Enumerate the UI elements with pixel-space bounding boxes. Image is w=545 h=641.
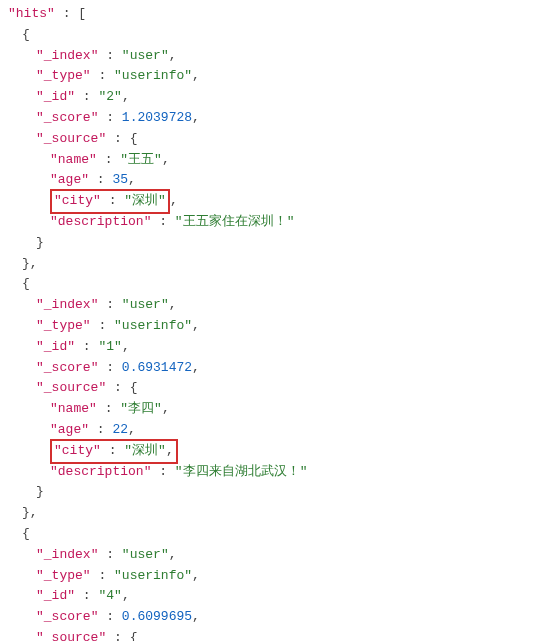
index-line: "_index" : "user", — [8, 295, 537, 316]
hit-open: { — [8, 25, 537, 46]
type-line: "_type" : "userinfo", — [8, 566, 537, 587]
hit-close: }, — [8, 503, 537, 524]
hit-open: { — [8, 524, 537, 545]
name-line: "name" : "王五", — [8, 150, 537, 171]
name-line: "name" : "李四", — [8, 399, 537, 420]
hit-close: }, — [8, 254, 537, 275]
json-viewer: "hits" : [ { "_index" : "user", "_type" … — [8, 4, 537, 641]
source-close: } — [8, 233, 537, 254]
city-line: "city" : "深圳", — [8, 441, 537, 462]
source-open: "_source" : { — [8, 628, 537, 641]
id-line: "_id" : "2", — [8, 87, 537, 108]
source-open: "_source" : { — [8, 129, 537, 150]
score-line: "_score" : 0.6931472, — [8, 358, 537, 379]
age-line: "age" : 35, — [8, 170, 537, 191]
source-close: } — [8, 482, 537, 503]
desc-line: "description" : "李四来自湖北武汉！" — [8, 462, 537, 483]
source-open: "_source" : { — [8, 378, 537, 399]
city-line: "city" : "深圳", — [8, 191, 537, 212]
id-line: "_id" : "4", — [8, 586, 537, 607]
highlight-box: "city" : "深圳" — [50, 189, 170, 214]
score-line: "_score" : 0.6099695, — [8, 607, 537, 628]
index-line: "_index" : "user", — [8, 46, 537, 67]
id-line: "_id" : "1", — [8, 337, 537, 358]
index-line: "_index" : "user", — [8, 545, 537, 566]
desc-line: "description" : "王五家住在深圳！" — [8, 212, 537, 233]
age-line: "age" : 22, — [8, 420, 537, 441]
hit-open: { — [8, 274, 537, 295]
score-line: "_score" : 1.2039728, — [8, 108, 537, 129]
type-line: "_type" : "userinfo", — [8, 316, 537, 337]
type-line: "_type" : "userinfo", — [8, 66, 537, 87]
hits-open: "hits" : [ — [8, 4, 537, 25]
highlight-box: "city" : "深圳", — [50, 439, 178, 464]
